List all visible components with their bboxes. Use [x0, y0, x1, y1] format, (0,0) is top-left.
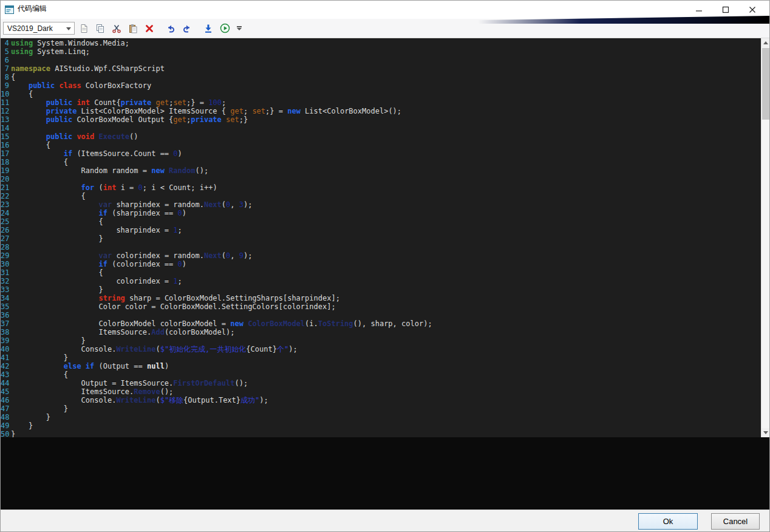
line-number: 15 — [1, 132, 9, 141]
line-number: 19 — [1, 166, 9, 175]
code-line[interactable]: 49 } — [1, 421, 761, 430]
code-line[interactable]: 35 Color color = ColorBoxModel.SettingCo… — [1, 302, 761, 311]
maximize-icon — [722, 6, 729, 13]
scrollbar-thumb[interactable] — [762, 48, 769, 120]
maximize-button[interactable] — [712, 3, 739, 16]
line-number: 27 — [1, 234, 9, 243]
new-file-icon — [79, 24, 89, 33]
line-number: 20 — [1, 175, 9, 183]
run-icon — [220, 23, 230, 33]
code-line[interactable]: 40 Console.WriteLine($"初始化完成,一共初始化{Count… — [1, 345, 761, 353]
code-line[interactable]: 7namespace AIStudio.Wpf.CSharpScript — [1, 64, 761, 73]
line-number: 39 — [1, 336, 9, 345]
scroll-down-button[interactable] — [761, 428, 769, 437]
code-line[interactable]: 21 for (int i = 0; i < Count; i++) — [1, 183, 761, 192]
line-number: 31 — [1, 268, 9, 277]
close-button[interactable] — [739, 3, 766, 16]
code-line[interactable]: 45 ItemsSource.Remove(); — [1, 387, 761, 396]
code-line[interactable]: 50} — [1, 430, 761, 437]
code-line[interactable]: 20 — [1, 175, 761, 183]
cut-button[interactable] — [109, 21, 124, 36]
code-line[interactable]: 6 — [1, 56, 761, 64]
code-line[interactable]: 13 public ColorBoxModel Output {get;priv… — [1, 115, 761, 124]
code-line[interactable]: 30 if (colorindex == 0) — [1, 260, 761, 268]
code-line[interactable]: 41 } — [1, 353, 761, 362]
code-line[interactable]: 46 Console.WriteLine($"移除{Output.Text}成功… — [1, 396, 761, 404]
theme-select[interactable]: VS2019_Dark — [3, 22, 75, 35]
code-line[interactable]: 31 { — [1, 268, 761, 277]
code-line[interactable]: 36 — [1, 311, 761, 319]
redo-button[interactable] — [180, 21, 194, 36]
line-number: 6 — [1, 56, 9, 64]
minimize-button[interactable] — [686, 3, 712, 16]
code-line[interactable]: 11 public int Count{private get;set;} = … — [1, 98, 761, 107]
line-number: 25 — [1, 217, 9, 226]
copy-icon — [95, 24, 105, 33]
undo-button[interactable] — [163, 21, 178, 36]
code-line[interactable]: 16 { — [1, 141, 761, 149]
code-editor[interactable]: 4using System.Windows.Media;5using Syste… — [1, 38, 761, 437]
code-line[interactable]: 48 } — [1, 413, 761, 421]
code-line[interactable]: 26 sharpindex = 1; — [1, 226, 761, 234]
chevron-down-icon — [66, 27, 71, 30]
cut-icon — [112, 24, 121, 33]
line-number: 12 — [1, 107, 9, 115]
import-icon — [203, 24, 213, 33]
code-line[interactable]: 39 } — [1, 336, 761, 345]
code-line[interactable]: 43 { — [1, 370, 761, 379]
code-line[interactable]: 17 if (ItemsSource.Count == 0) — [1, 149, 761, 158]
code-line[interactable]: 37 ColorBoxModel colorBoxModel = new Col… — [1, 319, 761, 328]
import-button[interactable] — [201, 21, 216, 36]
code-line[interactable]: 22 { — [1, 192, 761, 200]
theme-select-value: VS2019_Dark — [7, 24, 53, 33]
code-line[interactable]: 27 } — [1, 234, 761, 243]
paste-button[interactable] — [126, 21, 140, 36]
title-bar: 代码编辑 — [1, 1, 769, 19]
line-number: 47 — [1, 404, 9, 413]
code-line[interactable]: 12 private List<ColorBoxModel> ItemsSour… — [1, 107, 761, 115]
code-line[interactable]: 9 public class ColorBoxFactory — [1, 81, 761, 90]
vertical-scrollbar[interactable] — [761, 38, 769, 437]
line-number: 30 — [1, 260, 9, 268]
close-icon — [749, 6, 756, 13]
line-number: 18 — [1, 158, 9, 166]
delete-button[interactable] — [142, 21, 157, 36]
code-line[interactable]: 34 string sharp = ColorBoxModel.SettingS… — [1, 294, 761, 302]
ok-button[interactable]: Ok — [638, 513, 698, 530]
code-line[interactable]: 19 Random random = new Random(); — [1, 166, 761, 175]
line-number: 41 — [1, 353, 9, 362]
code-line[interactable]: 23 var sharpindex = random.Next(0, 3); — [1, 200, 761, 209]
code-line[interactable]: 15 public void Execute() — [1, 132, 761, 141]
code-line[interactable]: 24 if (sharpindex == 0) — [1, 209, 761, 217]
code-line[interactable]: 42 else if (Output == null) — [1, 362, 761, 370]
code-line[interactable]: 5using System.Linq; — [1, 47, 761, 56]
minimize-icon — [695, 6, 703, 13]
line-number: 9 — [1, 81, 9, 90]
code-line[interactable]: 4using System.Windows.Media; — [1, 39, 761, 47]
code-line[interactable]: 47 } — [1, 404, 761, 413]
line-number: 36 — [1, 311, 9, 319]
code-line[interactable]: 33 } — [1, 285, 761, 294]
cancel-button[interactable]: Cancel — [711, 513, 760, 530]
code-line[interactable]: 25 { — [1, 217, 761, 226]
toolbar-overflow-button[interactable] — [236, 26, 243, 30]
new-file-button[interactable] — [77, 21, 91, 36]
code-line[interactable]: 10 { — [1, 90, 761, 98]
code-line[interactable]: 29 var colorindex = random.Next(0, 9); — [1, 251, 761, 260]
code-line[interactable]: 18 { — [1, 158, 761, 166]
code-line[interactable]: 44 Output = ItemsSource.FirstOrDefault()… — [1, 379, 761, 387]
code-line[interactable]: 32 colorindex = 1; — [1, 277, 761, 285]
line-number: 40 — [1, 345, 9, 353]
scroll-up-button[interactable] — [761, 38, 769, 47]
run-button[interactable] — [217, 21, 232, 36]
footer-bar: Ok Cancel — [1, 510, 769, 532]
code-line[interactable]: 14 — [1, 124, 761, 132]
code-line[interactable]: 38 ItemsSource.Add(colorBoxModel); — [1, 328, 761, 336]
line-number: 24 — [1, 209, 9, 217]
code-line[interactable]: 28 — [1, 243, 761, 251]
line-number: 14 — [1, 124, 9, 132]
line-number: 13 — [1, 115, 9, 124]
line-number: 17 — [1, 149, 9, 158]
code-line[interactable]: 8{ — [1, 73, 761, 81]
copy-button[interactable] — [93, 21, 107, 36]
